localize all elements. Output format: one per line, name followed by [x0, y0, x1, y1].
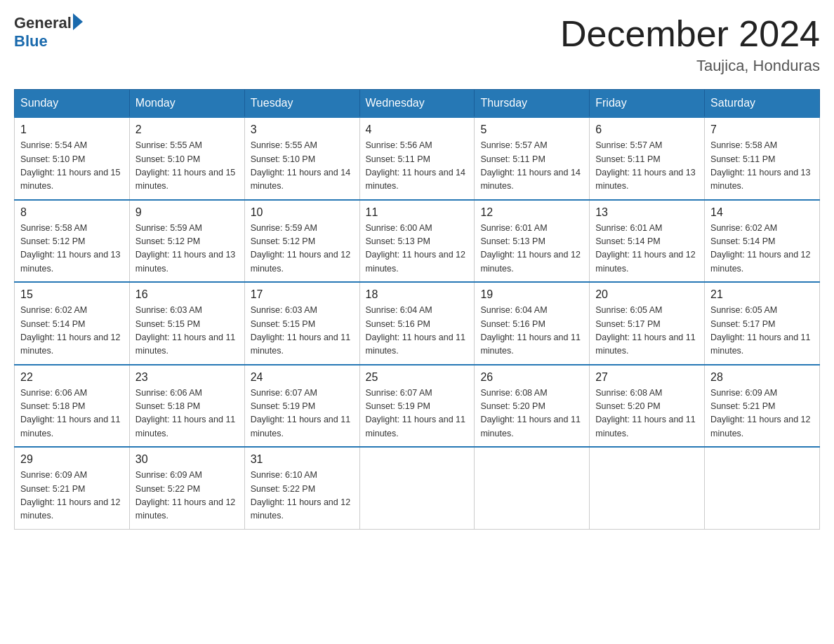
- weekday-header-thursday: Thursday: [475, 90, 590, 118]
- calendar-cell: 18 Sunrise: 6:04 AMSunset: 5:16 PMDaylig…: [359, 282, 475, 365]
- day-number: 1: [20, 123, 124, 136]
- weekday-header-monday: Monday: [129, 90, 244, 118]
- weekday-header-row: SundayMondayTuesdayWednesdayThursdayFrid…: [15, 90, 820, 118]
- day-number: 26: [480, 371, 583, 384]
- calendar-cell: 14 Sunrise: 6:02 AMSunset: 5:14 PMDaylig…: [705, 200, 820, 283]
- day-number: 27: [595, 371, 699, 384]
- day-info: Sunrise: 6:09 AMSunset: 5:22 PMDaylight:…: [135, 470, 235, 521]
- day-info: Sunrise: 6:07 AMSunset: 5:19 PMDaylight:…: [366, 388, 465, 438]
- calendar-cell: 15 Sunrise: 6:02 AMSunset: 5:14 PMDaylig…: [15, 282, 130, 365]
- day-number: 25: [366, 371, 469, 384]
- day-number: 20: [595, 288, 699, 301]
- day-info: Sunrise: 6:08 AMSunset: 5:20 PMDaylight:…: [480, 388, 580, 438]
- day-info: Sunrise: 6:03 AMSunset: 5:15 PMDaylight:…: [251, 305, 350, 356]
- day-info: Sunrise: 6:06 AMSunset: 5:18 PMDaylight:…: [20, 388, 120, 438]
- day-info: Sunrise: 5:57 AMSunset: 5:11 PMDaylight:…: [595, 140, 695, 191]
- week-row-2: 8 Sunrise: 5:58 AMSunset: 5:12 PMDayligh…: [15, 200, 820, 283]
- day-number: 6: [595, 123, 699, 136]
- day-info: Sunrise: 6:06 AMSunset: 5:18 PMDaylight:…: [135, 388, 235, 438]
- calendar-cell: 8 Sunrise: 5:58 AMSunset: 5:12 PMDayligh…: [15, 200, 130, 283]
- location-title: Taujica, Honduras: [560, 57, 820, 75]
- calendar-cell: 31 Sunrise: 6:10 AMSunset: 5:22 PMDaylig…: [244, 447, 359, 529]
- logo-general-text: General: [14, 14, 72, 32]
- day-number: 23: [135, 371, 239, 384]
- week-row-1: 1 Sunrise: 5:54 AMSunset: 5:10 PMDayligh…: [15, 117, 820, 200]
- day-info: Sunrise: 5:56 AMSunset: 5:11 PMDaylight:…: [366, 140, 465, 191]
- calendar-cell: 1 Sunrise: 5:54 AMSunset: 5:10 PMDayligh…: [15, 117, 130, 200]
- weekday-header-friday: Friday: [590, 90, 705, 118]
- day-info: Sunrise: 5:55 AMSunset: 5:10 PMDaylight:…: [251, 140, 350, 191]
- day-number: 19: [480, 288, 583, 301]
- day-number: 12: [480, 206, 583, 219]
- day-info: Sunrise: 5:59 AMSunset: 5:12 PMDaylight:…: [135, 223, 235, 274]
- day-info: Sunrise: 6:08 AMSunset: 5:20 PMDaylight:…: [595, 388, 695, 438]
- calendar-table: SundayMondayTuesdayWednesdayThursdayFrid…: [14, 89, 820, 530]
- calendar-cell: 5 Sunrise: 5:57 AMSunset: 5:11 PMDayligh…: [475, 117, 590, 200]
- logo-blue-text: Blue: [14, 32, 83, 51]
- day-info: Sunrise: 5:57 AMSunset: 5:11 PMDaylight:…: [480, 140, 580, 191]
- day-info: Sunrise: 5:58 AMSunset: 5:11 PMDaylight:…: [710, 140, 810, 191]
- day-number: 15: [20, 288, 124, 301]
- day-number: 24: [251, 371, 354, 384]
- day-info: Sunrise: 6:01 AMSunset: 5:14 PMDaylight:…: [595, 223, 695, 274]
- weekday-header-tuesday: Tuesday: [244, 90, 359, 118]
- calendar-cell: 27 Sunrise: 6:08 AMSunset: 5:20 PMDaylig…: [590, 365, 705, 448]
- day-number: 3: [251, 123, 354, 136]
- weekday-header-saturday: Saturday: [705, 90, 820, 118]
- month-title: December 2024: [560, 14, 820, 54]
- day-number: 11: [366, 206, 469, 219]
- day-info: Sunrise: 6:00 AMSunset: 5:13 PMDaylight:…: [366, 223, 465, 274]
- calendar-cell: 12 Sunrise: 6:01 AMSunset: 5:13 PMDaylig…: [475, 200, 590, 283]
- day-info: Sunrise: 6:07 AMSunset: 5:19 PMDaylight:…: [251, 388, 350, 438]
- calendar-cell: 10 Sunrise: 5:59 AMSunset: 5:12 PMDaylig…: [244, 200, 359, 283]
- day-number: 28: [710, 371, 814, 384]
- calendar-cell: 24 Sunrise: 6:07 AMSunset: 5:19 PMDaylig…: [244, 365, 359, 448]
- day-number: 2: [135, 123, 239, 136]
- calendar-cell: [705, 447, 820, 529]
- day-number: 16: [135, 288, 239, 301]
- day-number: 5: [480, 123, 583, 136]
- week-row-4: 22 Sunrise: 6:06 AMSunset: 5:18 PMDaylig…: [15, 365, 820, 448]
- day-info: Sunrise: 6:05 AMSunset: 5:17 PMDaylight:…: [710, 305, 810, 356]
- day-number: 9: [135, 206, 239, 219]
- calendar-cell: 20 Sunrise: 6:05 AMSunset: 5:17 PMDaylig…: [590, 282, 705, 365]
- day-number: 8: [20, 206, 124, 219]
- calendar-cell: 28 Sunrise: 6:09 AMSunset: 5:21 PMDaylig…: [705, 365, 820, 448]
- day-info: Sunrise: 6:02 AMSunset: 5:14 PMDaylight:…: [710, 223, 810, 274]
- day-info: Sunrise: 6:04 AMSunset: 5:16 PMDaylight:…: [366, 305, 465, 356]
- day-number: 29: [20, 453, 124, 466]
- calendar-cell: 25 Sunrise: 6:07 AMSunset: 5:19 PMDaylig…: [359, 365, 475, 448]
- day-info: Sunrise: 5:58 AMSunset: 5:12 PMDaylight:…: [20, 223, 120, 274]
- calendar-cell: 9 Sunrise: 5:59 AMSunset: 5:12 PMDayligh…: [129, 200, 244, 283]
- calendar-cell: 30 Sunrise: 6:09 AMSunset: 5:22 PMDaylig…: [129, 447, 244, 529]
- calendar-cell: 16 Sunrise: 6:03 AMSunset: 5:15 PMDaylig…: [129, 282, 244, 365]
- calendar-cell: 22 Sunrise: 6:06 AMSunset: 5:18 PMDaylig…: [15, 365, 130, 448]
- day-number: 14: [710, 206, 814, 219]
- day-info: Sunrise: 5:59 AMSunset: 5:12 PMDaylight:…: [251, 223, 350, 274]
- day-number: 4: [366, 123, 469, 136]
- title-section: December 2024 Taujica, Honduras: [560, 14, 820, 75]
- day-number: 18: [366, 288, 469, 301]
- day-number: 10: [251, 206, 354, 219]
- day-info: Sunrise: 6:01 AMSunset: 5:13 PMDaylight:…: [480, 223, 580, 274]
- day-number: 17: [251, 288, 354, 301]
- page-header: General Blue December 2024 Taujica, Hond…: [14, 14, 820, 75]
- calendar-cell: 21 Sunrise: 6:05 AMSunset: 5:17 PMDaylig…: [705, 282, 820, 365]
- day-number: 31: [251, 453, 354, 466]
- calendar-cell: 3 Sunrise: 5:55 AMSunset: 5:10 PMDayligh…: [244, 117, 359, 200]
- calendar-cell: 7 Sunrise: 5:58 AMSunset: 5:11 PMDayligh…: [705, 117, 820, 200]
- day-number: 30: [135, 453, 239, 466]
- day-number: 13: [595, 206, 699, 219]
- day-number: 21: [710, 288, 814, 301]
- week-row-3: 15 Sunrise: 6:02 AMSunset: 5:14 PMDaylig…: [15, 282, 820, 365]
- calendar-cell: 13 Sunrise: 6:01 AMSunset: 5:14 PMDaylig…: [590, 200, 705, 283]
- day-number: 22: [20, 371, 124, 384]
- weekday-header-wednesday: Wednesday: [359, 90, 475, 118]
- day-info: Sunrise: 6:05 AMSunset: 5:17 PMDaylight:…: [595, 305, 695, 356]
- day-info: Sunrise: 6:02 AMSunset: 5:14 PMDaylight:…: [20, 305, 120, 356]
- day-info: Sunrise: 6:04 AMSunset: 5:16 PMDaylight:…: [480, 305, 580, 356]
- week-row-5: 29 Sunrise: 6:09 AMSunset: 5:21 PMDaylig…: [15, 447, 820, 529]
- calendar-cell: [475, 447, 590, 529]
- calendar-cell: 4 Sunrise: 5:56 AMSunset: 5:11 PMDayligh…: [359, 117, 475, 200]
- calendar-cell: 11 Sunrise: 6:00 AMSunset: 5:13 PMDaylig…: [359, 200, 475, 283]
